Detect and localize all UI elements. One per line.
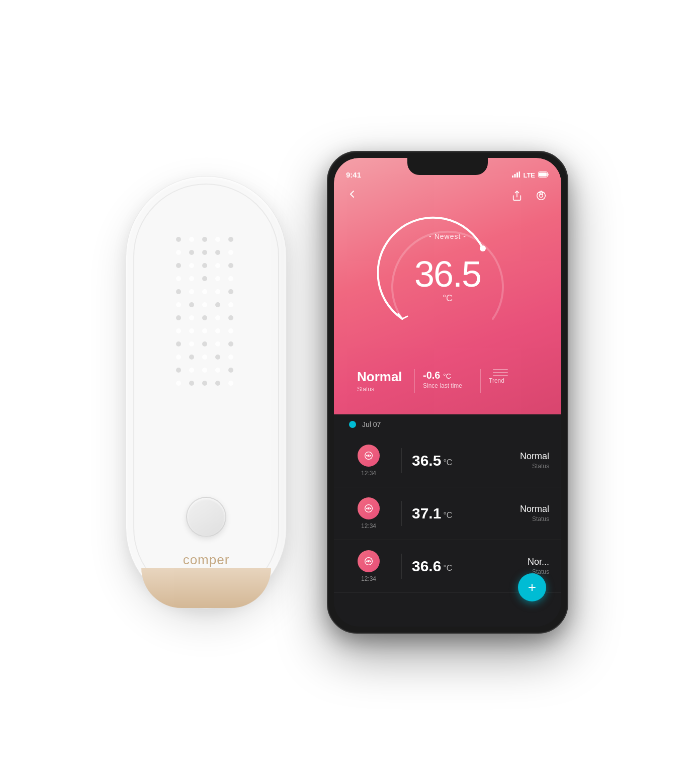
scene: comper 9:41	[0, 0, 694, 784]
dot	[215, 368, 220, 373]
trend-dash-1	[493, 369, 508, 370]
dot	[215, 302, 220, 307]
dot	[189, 237, 194, 242]
dot	[176, 302, 181, 307]
reading-status-label-2: Status	[499, 515, 549, 522]
reading-icon-area-2: 12:34	[346, 497, 391, 530]
svg-rect-1	[514, 174, 516, 178]
dot	[228, 263, 233, 268]
svg-point-19	[368, 560, 370, 562]
reading-icon-2	[358, 497, 380, 519]
dot	[189, 289, 194, 294]
reading-temp-3: 36.6 °C	[412, 558, 499, 575]
dot	[176, 381, 181, 386]
battery-icon	[538, 171, 549, 179]
dot	[202, 276, 207, 281]
dot	[228, 355, 233, 360]
settings-button[interactable]	[533, 188, 549, 204]
stat-item-change: -0.6 °C Since last time	[415, 369, 481, 393]
reading-temp-unit-2: °C	[443, 511, 452, 520]
stat-label-change: Since last time	[423, 382, 462, 389]
dot	[228, 289, 233, 294]
add-reading-fab[interactable]: +	[518, 573, 546, 601]
reading-temp-value-2: 37.1	[412, 505, 441, 522]
dot-display	[176, 237, 236, 389]
dot	[176, 355, 181, 360]
nav-bar	[334, 183, 561, 208]
svg-rect-2	[516, 172, 518, 178]
dot	[202, 368, 207, 373]
dot	[215, 276, 220, 281]
reading-icon-area-3: 12:34	[346, 550, 391, 582]
dot	[215, 289, 220, 294]
phone-screen: 9:41 LTE	[334, 158, 561, 627]
svg-rect-5	[539, 172, 547, 177]
dot	[215, 381, 220, 386]
nav-actions	[509, 188, 549, 204]
share-button[interactable]	[509, 188, 525, 204]
reading-item-2[interactable]: 12:34 37.1 °C Normal Status	[334, 487, 561, 540]
reading-icon-area-1: 12:34	[346, 445, 391, 477]
thermometer-device: comper	[126, 176, 287, 608]
gauge-label: - Newest -	[429, 232, 466, 240]
device-power-button[interactable]	[186, 497, 226, 537]
svg-rect-0	[512, 176, 513, 178]
dot	[202, 315, 207, 320]
reading-status-value-2: Normal	[499, 504, 549, 514]
stat-value-change: -0.6 °C	[423, 369, 451, 381]
dot	[202, 289, 207, 294]
reading-time-1: 12:34	[361, 470, 376, 477]
dot	[176, 341, 181, 346]
device-button-area: comper	[183, 497, 230, 568]
dot	[189, 341, 194, 346]
dot	[189, 368, 194, 373]
dot	[189, 263, 194, 268]
reading-status-value-1: Normal	[499, 451, 549, 462]
trend-dash-3	[493, 375, 508, 376]
stat-item-trend: Trend	[481, 369, 546, 393]
stat-item-status: Normal Status	[349, 369, 415, 393]
status-time: 9:41	[346, 170, 361, 179]
svg-point-8	[480, 245, 486, 251]
dot	[202, 328, 207, 333]
reading-status-2: Normal Status	[499, 504, 549, 522]
dot	[189, 355, 194, 360]
signal-icon	[512, 171, 520, 179]
dot	[189, 381, 194, 386]
timeline-date: Jul 07	[362, 420, 381, 428]
reading-item-1[interactable]: 12:34 36.5 °C Normal Status	[334, 434, 561, 487]
svg-point-6	[537, 191, 546, 200]
fab-plus-icon: +	[528, 580, 536, 594]
dot	[176, 276, 181, 281]
gauge-temperature: 36.5	[414, 253, 481, 295]
trend-dashes	[489, 369, 508, 376]
dot	[202, 302, 207, 307]
dot	[202, 237, 207, 242]
dot	[176, 263, 181, 268]
timeline-area: Jul 07	[334, 414, 561, 434]
dot	[176, 328, 181, 333]
phone-frame: 9:41 LTE	[327, 151, 568, 634]
status-icons: LTE	[512, 171, 549, 179]
dot	[202, 341, 207, 346]
dot	[228, 381, 233, 386]
dot	[228, 250, 233, 255]
gauge-area: - Newest - 36.5 °C	[334, 208, 561, 339]
dot	[228, 276, 233, 281]
dot	[215, 315, 220, 320]
reading-temp-unit-1: °C	[443, 458, 452, 467]
reading-temp-2: 37.1 °C	[412, 505, 499, 522]
reading-temp-unit-3: °C	[443, 564, 452, 573]
dot	[215, 328, 220, 333]
dot	[228, 368, 233, 373]
dot	[202, 381, 207, 386]
dot	[176, 289, 181, 294]
lte-label: LTE	[523, 171, 535, 179]
dot	[189, 276, 194, 281]
stats-row: Normal Status -0.6 °C Since last time	[334, 369, 561, 393]
reading-temp-value-1: 36.5	[412, 452, 441, 469]
reading-status-value-3: Nor...	[499, 557, 549, 567]
dot	[215, 341, 220, 346]
dot	[189, 302, 194, 307]
back-button[interactable]	[346, 188, 358, 203]
